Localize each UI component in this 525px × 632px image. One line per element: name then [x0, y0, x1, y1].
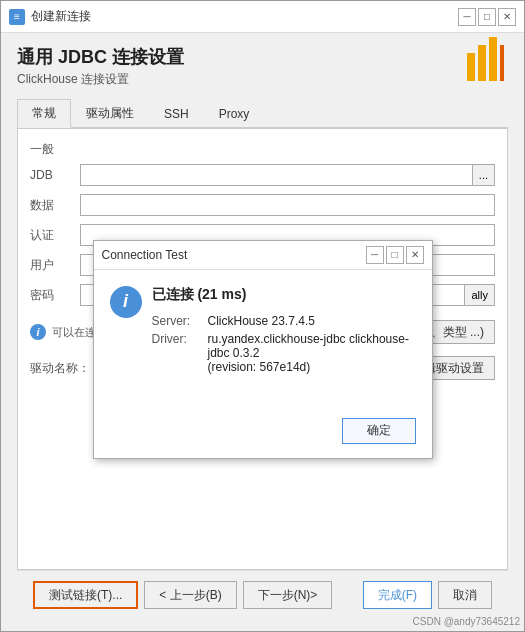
cancel-btn[interactable]: 取消	[438, 581, 492, 609]
server-row: Server: ClickHouse 23.7.4.5	[152, 314, 416, 328]
tab-proxy[interactable]: Proxy	[204, 99, 265, 128]
window-controls: ─ □ ✕	[458, 8, 516, 26]
driver-label-modal: Driver:	[152, 332, 200, 374]
modal-info-row: i 已连接 (21 ms) Server: ClickHouse 23.7.4.…	[110, 286, 416, 378]
server-label: Server:	[152, 314, 200, 328]
connected-text: 已连接 (21 ms)	[152, 286, 416, 304]
watermark: CSDN @andy73645212	[413, 616, 520, 627]
title-bar-left: ≡ 创建新连接	[9, 8, 91, 25]
main-content: 通用 JDBC 连接设置 ClickHouse 连接设置 常规 驱动属性 SSH…	[1, 33, 524, 631]
modal-footer: 确定	[94, 408, 432, 458]
prev-btn[interactable]: < 上一步(B)	[144, 581, 236, 609]
main-title: 通用 JDBC 连接设置	[17, 45, 508, 69]
modal-ok-btn[interactable]: 确定	[342, 418, 416, 444]
test-connection-btn[interactable]: 测试链接(T)...	[33, 581, 138, 609]
finish-btn[interactable]: 完成(F)	[363, 581, 432, 609]
window-title: 创建新连接	[31, 8, 91, 25]
modal-overlay: Connection Test ─ □ ✕ i 已连接 (21 ms)	[18, 129, 507, 569]
bottom-bar: 测试链接(T)... < 上一步(B) 下一步(N)> 完成(F) 取消	[17, 570, 508, 619]
logo-bar-3	[489, 37, 497, 81]
tab-general[interactable]: 常规	[17, 99, 71, 128]
tab-driver-props[interactable]: 驱动属性	[71, 99, 149, 128]
modal-title: Connection Test	[102, 248, 188, 262]
title-bar: ≡ 创建新连接 ─ □ ✕	[1, 1, 524, 33]
server-value: ClickHouse 23.7.4.5	[208, 314, 315, 328]
sub-title: ClickHouse 连接设置	[17, 71, 508, 88]
driver-value-modal: ru.yandex.clickhouse-jdbc clickhouse-jdb…	[208, 332, 416, 374]
form-area: 一般 JDB ... 数据 认证 用户	[17, 128, 508, 570]
logo-bar-1	[467, 53, 475, 81]
modal-title-bar: Connection Test ─ □ ✕	[94, 241, 432, 270]
maximize-button[interactable]: □	[478, 8, 496, 26]
modal-info-icon: i	[110, 286, 142, 318]
logo-bar-2	[478, 45, 486, 81]
tab-ssh[interactable]: SSH	[149, 99, 204, 128]
minimize-button[interactable]: ─	[458, 8, 476, 26]
modal-controls: ─ □ ✕	[366, 246, 424, 264]
app-icon: ≡	[9, 9, 25, 25]
modal-maximize-btn[interactable]: □	[386, 246, 404, 264]
tab-bar: 常规 驱动属性 SSH Proxy	[17, 98, 508, 128]
driver-row-modal: Driver: ru.yandex.clickhouse-jdbc clickh…	[152, 332, 416, 374]
logo-bar-4	[500, 45, 504, 81]
modal-body: i 已连接 (21 ms) Server: ClickHouse 23.7.4.…	[94, 270, 432, 408]
modal-minimize-btn[interactable]: ─	[366, 246, 384, 264]
next-btn[interactable]: 下一步(N)>	[243, 581, 333, 609]
connection-test-modal: Connection Test ─ □ ✕ i 已连接 (21 ms)	[93, 240, 433, 459]
logo-area	[467, 37, 504, 81]
modal-info-text: 已连接 (21 ms) Server: ClickHouse 23.7.4.5 …	[152, 286, 416, 378]
close-button[interactable]: ✕	[498, 8, 516, 26]
modal-close-btn[interactable]: ✕	[406, 246, 424, 264]
main-window: ≡ 创建新连接 ─ □ ✕ 通用 JDBC 连接设置 ClickHouse 连接…	[0, 0, 525, 632]
